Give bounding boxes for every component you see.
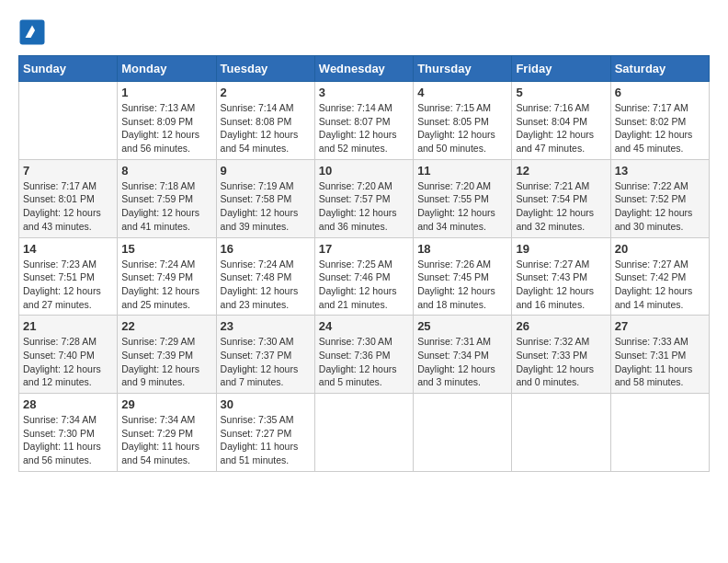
- calendar-cell: [19, 82, 118, 160]
- calendar-cell: 17Sunrise: 7:25 AM Sunset: 7:46 PM Dayli…: [314, 237, 413, 316]
- calendar-cell: 27Sunrise: 7:33 AM Sunset: 7:31 PM Dayli…: [610, 316, 709, 394]
- day-number: 29: [121, 397, 211, 411]
- day-info: Sunrise: 7:27 AM Sunset: 7:42 PM Dayligh…: [615, 258, 705, 312]
- calendar-cell: [610, 394, 709, 472]
- day-info: Sunrise: 7:21 AM Sunset: 7:54 PM Dayligh…: [516, 179, 606, 234]
- day-number: 17: [319, 242, 409, 256]
- day-number: 11: [417, 164, 507, 178]
- calendar-week-row: 7Sunrise: 7:17 AM Sunset: 8:01 PM Daylig…: [19, 159, 710, 237]
- day-info: Sunrise: 7:20 AM Sunset: 7:57 PM Dayligh…: [319, 179, 409, 234]
- calendar-table: SundayMondayTuesdayWednesdayThursdayFrid…: [18, 55, 710, 472]
- calendar-cell: 28Sunrise: 7:34 AM Sunset: 7:30 PM Dayli…: [19, 394, 118, 472]
- day-number: 25: [417, 319, 507, 333]
- day-of-week-header: Tuesday: [216, 56, 314, 82]
- day-number: 27: [615, 319, 705, 333]
- calendar-cell: 30Sunrise: 7:35 AM Sunset: 7:27 PM Dayli…: [216, 394, 314, 472]
- calendar-cell: 5Sunrise: 7:16 AM Sunset: 8:04 PM Daylig…: [512, 82, 610, 160]
- day-info: Sunrise: 7:13 AM Sunset: 8:09 PM Dayligh…: [121, 101, 211, 155]
- calendar-cell: 16Sunrise: 7:24 AM Sunset: 7:48 PM Dayli…: [216, 237, 314, 316]
- day-info: Sunrise: 7:34 AM Sunset: 7:29 PM Dayligh…: [121, 413, 211, 467]
- day-info: Sunrise: 7:24 AM Sunset: 7:49 PM Dayligh…: [121, 258, 211, 312]
- day-number: 21: [23, 319, 113, 333]
- day-info: Sunrise: 7:16 AM Sunset: 8:04 PM Dayligh…: [516, 101, 606, 155]
- day-info: Sunrise: 7:22 AM Sunset: 7:52 PM Dayligh…: [615, 179, 705, 234]
- calendar-cell: 18Sunrise: 7:26 AM Sunset: 7:45 PM Dayli…: [414, 237, 512, 316]
- calendar-cell: 15Sunrise: 7:24 AM Sunset: 7:49 PM Dayli…: [118, 237, 216, 316]
- calendar-week-row: 28Sunrise: 7:34 AM Sunset: 7:30 PM Dayli…: [19, 394, 710, 472]
- day-info: Sunrise: 7:24 AM Sunset: 7:48 PM Dayligh…: [221, 258, 311, 312]
- day-info: Sunrise: 7:32 AM Sunset: 7:33 PM Dayligh…: [516, 335, 606, 389]
- calendar-week-row: 1Sunrise: 7:13 AM Sunset: 8:09 PM Daylig…: [19, 82, 710, 160]
- day-number: 2: [221, 86, 311, 99]
- calendar-cell: 11Sunrise: 7:20 AM Sunset: 7:55 PM Dayli…: [414, 159, 512, 237]
- day-info: Sunrise: 7:28 AM Sunset: 7:40 PM Dayligh…: [23, 335, 113, 389]
- calendar-cell: 12Sunrise: 7:21 AM Sunset: 7:54 PM Dayli…: [512, 159, 610, 237]
- day-info: Sunrise: 7:33 AM Sunset: 7:31 PM Dayligh…: [615, 335, 705, 389]
- day-number: 1: [121, 86, 211, 99]
- day-info: Sunrise: 7:18 AM Sunset: 7:59 PM Dayligh…: [121, 179, 211, 234]
- day-info: Sunrise: 7:31 AM Sunset: 7:34 PM Dayligh…: [417, 335, 507, 389]
- day-number: 16: [221, 242, 311, 256]
- calendar-cell: 10Sunrise: 7:20 AM Sunset: 7:57 PM Dayli…: [314, 159, 413, 237]
- calendar-cell: 21Sunrise: 7:28 AM Sunset: 7:40 PM Dayli…: [19, 316, 118, 394]
- day-info: Sunrise: 7:30 AM Sunset: 7:37 PM Dayligh…: [221, 335, 311, 389]
- day-number: 26: [516, 319, 606, 333]
- calendar-cell: 6Sunrise: 7:17 AM Sunset: 8:02 PM Daylig…: [610, 82, 709, 160]
- day-info: Sunrise: 7:20 AM Sunset: 7:55 PM Dayligh…: [417, 179, 507, 234]
- calendar-cell: 4Sunrise: 7:15 AM Sunset: 8:05 PM Daylig…: [414, 82, 512, 160]
- day-number: 28: [23, 397, 113, 411]
- calendar-cell: 3Sunrise: 7:14 AM Sunset: 8:07 PM Daylig…: [314, 82, 413, 160]
- day-info: Sunrise: 7:30 AM Sunset: 7:36 PM Dayligh…: [319, 335, 409, 389]
- day-info: Sunrise: 7:34 AM Sunset: 7:30 PM Dayligh…: [23, 413, 113, 467]
- calendar-cell: 19Sunrise: 7:27 AM Sunset: 7:43 PM Dayli…: [512, 237, 610, 316]
- day-info: Sunrise: 7:15 AM Sunset: 8:05 PM Dayligh…: [417, 101, 507, 155]
- calendar-cell: 14Sunrise: 7:23 AM Sunset: 7:51 PM Dayli…: [19, 237, 118, 316]
- day-info: Sunrise: 7:35 AM Sunset: 7:27 PM Dayligh…: [221, 413, 311, 467]
- day-info: Sunrise: 7:26 AM Sunset: 7:45 PM Dayligh…: [417, 258, 507, 312]
- day-number: 24: [319, 319, 409, 333]
- calendar-week-row: 21Sunrise: 7:28 AM Sunset: 7:40 PM Dayli…: [19, 316, 710, 394]
- day-number: 7: [23, 164, 113, 178]
- calendar-cell: 2Sunrise: 7:14 AM Sunset: 8:08 PM Daylig…: [216, 82, 314, 160]
- day-of-week-header: Monday: [118, 56, 216, 82]
- day-info: Sunrise: 7:14 AM Sunset: 8:08 PM Dayligh…: [221, 101, 311, 155]
- calendar-cell: 22Sunrise: 7:29 AM Sunset: 7:39 PM Dayli…: [118, 316, 216, 394]
- day-of-week-header: Saturday: [610, 56, 709, 82]
- day-info: Sunrise: 7:19 AM Sunset: 7:58 PM Dayligh…: [221, 179, 311, 234]
- calendar-cell: [314, 394, 413, 472]
- day-number: 6: [615, 86, 705, 99]
- calendar-cell: 9Sunrise: 7:19 AM Sunset: 7:58 PM Daylig…: [216, 159, 314, 237]
- calendar-cell: [512, 394, 610, 472]
- day-info: Sunrise: 7:17 AM Sunset: 8:02 PM Dayligh…: [615, 101, 705, 155]
- calendar-cell: 1Sunrise: 7:13 AM Sunset: 8:09 PM Daylig…: [118, 82, 216, 160]
- calendar-cell: 13Sunrise: 7:22 AM Sunset: 7:52 PM Dayli…: [610, 159, 709, 237]
- day-number: 30: [221, 397, 311, 411]
- calendar-cell: [414, 394, 512, 472]
- day-number: 19: [516, 242, 606, 256]
- calendar-header-row: SundayMondayTuesdayWednesdayThursdayFrid…: [19, 56, 710, 82]
- day-number: 15: [121, 242, 211, 256]
- page-header: [18, 18, 710, 46]
- day-of-week-header: Friday: [512, 56, 610, 82]
- calendar-cell: 23Sunrise: 7:30 AM Sunset: 7:37 PM Dayli…: [216, 316, 314, 394]
- day-number: 8: [121, 164, 211, 178]
- day-number: 22: [121, 319, 211, 333]
- calendar-week-row: 14Sunrise: 7:23 AM Sunset: 7:51 PM Dayli…: [19, 237, 710, 316]
- calendar-cell: 29Sunrise: 7:34 AM Sunset: 7:29 PM Dayli…: [118, 394, 216, 472]
- logo-icon: [18, 18, 46, 46]
- day-info: Sunrise: 7:14 AM Sunset: 8:07 PM Dayligh…: [319, 101, 409, 155]
- calendar-cell: 24Sunrise: 7:30 AM Sunset: 7:36 PM Dayli…: [314, 316, 413, 394]
- day-number: 18: [417, 242, 507, 256]
- day-number: 14: [23, 242, 113, 256]
- day-of-week-header: Wednesday: [314, 56, 413, 82]
- day-number: 9: [221, 164, 311, 178]
- calendar-cell: 26Sunrise: 7:32 AM Sunset: 7:33 PM Dayli…: [512, 316, 610, 394]
- day-info: Sunrise: 7:17 AM Sunset: 8:01 PM Dayligh…: [23, 179, 113, 234]
- day-number: 4: [417, 86, 507, 99]
- day-info: Sunrise: 7:27 AM Sunset: 7:43 PM Dayligh…: [516, 258, 606, 312]
- day-of-week-header: Thursday: [414, 56, 512, 82]
- calendar-cell: 20Sunrise: 7:27 AM Sunset: 7:42 PM Dayli…: [610, 237, 709, 316]
- calendar-cell: 25Sunrise: 7:31 AM Sunset: 7:34 PM Dayli…: [414, 316, 512, 394]
- day-number: 13: [615, 164, 705, 178]
- day-info: Sunrise: 7:23 AM Sunset: 7:51 PM Dayligh…: [23, 258, 113, 312]
